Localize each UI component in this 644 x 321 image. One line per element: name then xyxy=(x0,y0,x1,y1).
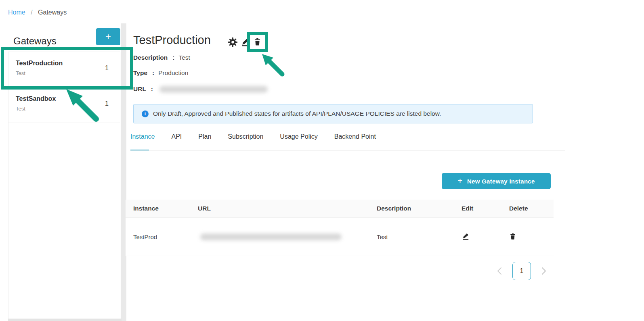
gateway-count-badge: 1 xyxy=(105,100,109,107)
info-icon: i xyxy=(142,110,149,117)
tab-instance[interactable]: Instance xyxy=(130,133,155,140)
field-value: Production xyxy=(158,69,188,76)
tab-backend-point[interactable]: Backend Point xyxy=(334,133,376,140)
url-redacted-blur xyxy=(159,86,268,93)
new-gateway-instance-button[interactable]: + New Gateway Instance xyxy=(442,173,551,189)
pagination-next-icon[interactable] xyxy=(541,267,547,275)
detail-tabs: Instance API Plan Subscription Usage Pol… xyxy=(130,133,376,140)
col-instance: Instance xyxy=(126,205,198,212)
new-gateway-instance-label: New Gateway Instance xyxy=(467,178,535,185)
url-redacted-blur xyxy=(200,233,342,240)
settings-gear-icon[interactable] xyxy=(228,37,238,47)
pagination: 1 xyxy=(497,262,547,280)
gateway-description: Test xyxy=(16,106,112,112)
gateway-list-panel: TestProduction Test 1 TestSandbox Test 1 xyxy=(8,52,120,321)
pagination-prev-icon[interactable] xyxy=(497,267,502,275)
field-url: URL: xyxy=(133,85,268,93)
sidebar-horizontal-scrollbar[interactable] xyxy=(8,319,122,321)
gateway-name: TestSandbox xyxy=(16,95,112,102)
breadcrumb-separator: / xyxy=(31,9,32,16)
info-alert: i Only Draft, Approved and Published sta… xyxy=(133,104,533,123)
cell-url xyxy=(198,233,377,241)
col-delete: Delete xyxy=(507,205,554,212)
sidebar-item-testsandbox[interactable]: TestSandbox Test 1 xyxy=(8,88,120,123)
gateway-name: TestProduction xyxy=(16,60,112,67)
breadcrumb: Home / Gateways xyxy=(8,9,67,16)
table-row: TestProd Test xyxy=(126,218,554,256)
field-value: Test xyxy=(178,54,190,61)
sidebar-title: Gateways xyxy=(13,35,57,47)
col-description: Description xyxy=(377,205,457,212)
info-alert-text: Only Draft, Approved and Published state… xyxy=(153,110,441,117)
field-label: Description xyxy=(133,54,168,61)
col-url: URL xyxy=(198,205,377,212)
sidebar-item-testproduction[interactable]: TestProduction Test 1 xyxy=(8,52,120,88)
breadcrumb-home-link[interactable]: Home xyxy=(8,9,25,16)
tabs-divider xyxy=(130,150,565,151)
gateway-description: Test xyxy=(16,70,112,76)
gateway-count-badge: 1 xyxy=(105,65,109,72)
field-type: Type:Production xyxy=(133,69,188,77)
instances-table: Instance URL Description Edit Delete Tes… xyxy=(126,200,554,256)
cell-instance: TestProd xyxy=(126,233,198,240)
gateway-title: TestProduction xyxy=(133,33,211,47)
delete-trash-icon[interactable] xyxy=(253,38,262,46)
cell-description: Test xyxy=(377,233,457,240)
tab-api[interactable]: API xyxy=(171,133,182,140)
tab-plan[interactable]: Plan xyxy=(198,133,211,140)
row-edit-pencil-icon[interactable] xyxy=(461,232,470,240)
sidebar-vertical-scrollbar[interactable] xyxy=(121,23,126,321)
plus-icon: + xyxy=(457,176,463,186)
field-label: URL xyxy=(133,85,146,92)
col-edit: Edit xyxy=(457,205,507,212)
breadcrumb-current: Gateways xyxy=(38,9,67,16)
tab-usage-policy[interactable]: Usage Policy xyxy=(280,133,317,140)
field-label: Type xyxy=(133,69,147,76)
pagination-page-1[interactable]: 1 xyxy=(512,262,531,280)
row-delete-trash-icon[interactable] xyxy=(509,233,516,240)
table-header-row: Instance URL Description Edit Delete xyxy=(126,200,554,218)
field-description: Description:Test xyxy=(133,54,190,61)
edit-pencil-icon[interactable] xyxy=(241,38,250,47)
add-gateway-button[interactable]: + xyxy=(96,28,120,45)
tab-subscription[interactable]: Subscription xyxy=(228,133,263,140)
